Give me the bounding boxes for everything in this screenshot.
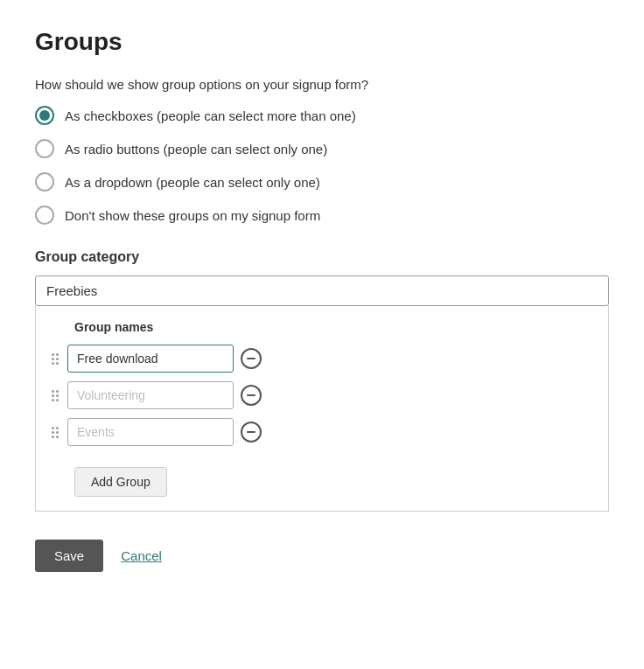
table-row (50, 345, 594, 373)
option-checkboxes-label: As checkboxes (people can select more th… (65, 108, 356, 123)
form-question: How should we show group options on your… (35, 77, 609, 92)
option-radio[interactable]: As radio buttons (people can select only… (35, 139, 609, 158)
group-input-3[interactable] (67, 418, 234, 446)
group-category-input[interactable] (35, 275, 609, 306)
save-button[interactable]: Save (35, 540, 103, 572)
option-dropdown-label: As a dropdown (people can select only on… (65, 175, 320, 190)
drag-handle-3[interactable] (50, 423, 60, 442)
option-checkboxes[interactable]: As checkboxes (people can select more th… (35, 106, 609, 125)
cancel-button[interactable]: Cancel (121, 548, 162, 563)
group-names-header: Group names (50, 320, 594, 334)
footer: Save Cancel (35, 540, 609, 572)
add-group-button[interactable]: Add Group (74, 467, 167, 497)
drag-handle-2[interactable] (50, 387, 60, 405)
remove-group-1-button[interactable] (241, 348, 262, 369)
group-names-container: Group names (35, 306, 609, 512)
group-category-label: Group category (35, 249, 609, 265)
drag-handle-1[interactable] (50, 350, 60, 368)
group-input-2[interactable] (67, 381, 234, 409)
radio-hide[interactable] (35, 206, 54, 225)
page-title: Groups (35, 28, 609, 56)
option-hide-label: Don't show these groups on my signup for… (65, 208, 320, 223)
radio-radio[interactable] (35, 139, 54, 158)
radio-checkboxes[interactable] (35, 106, 54, 125)
group-category-section: Group category Group names (35, 249, 609, 512)
option-radio-label: As radio buttons (people can select only… (65, 142, 327, 157)
group-input-1[interactable] (67, 345, 234, 373)
remove-group-3-button[interactable] (241, 422, 262, 443)
remove-group-2-button[interactable] (241, 385, 262, 406)
table-row (50, 381, 594, 409)
option-hide[interactable]: Don't show these groups on my signup for… (35, 206, 609, 225)
display-options: As checkboxes (people can select more th… (35, 106, 609, 225)
option-dropdown[interactable]: As a dropdown (people can select only on… (35, 172, 609, 192)
radio-dropdown[interactable] (35, 172, 54, 192)
table-row (50, 418, 594, 446)
